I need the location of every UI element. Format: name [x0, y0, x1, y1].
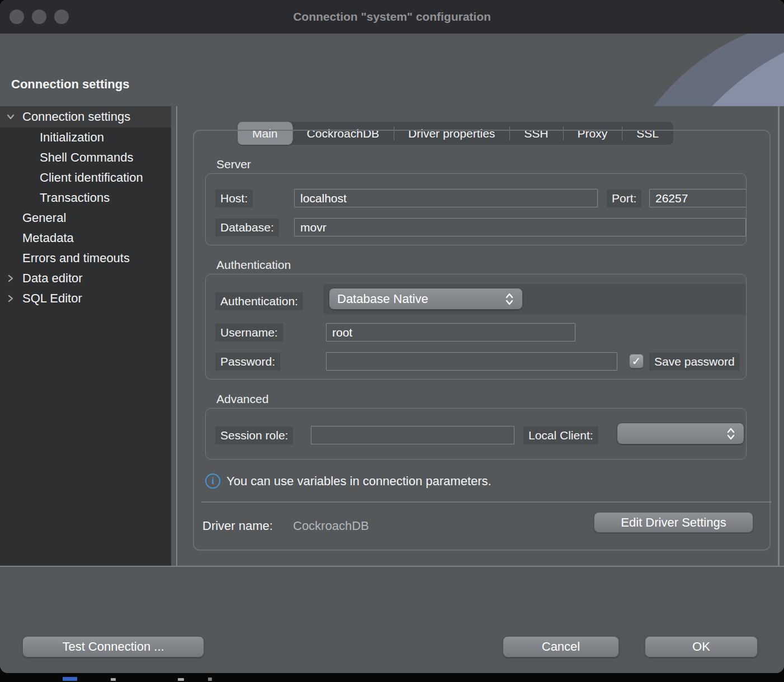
- sidebar-item-errors-and-timeouts[interactable]: Errors and timeouts: [0, 248, 171, 268]
- advanced-group: Session role: Local Client:: [205, 408, 747, 460]
- sidebar-divider: [176, 106, 177, 566]
- updown-chevrons-icon: [504, 292, 514, 306]
- sidebar-item-transactions[interactable]: Transactions: [0, 188, 171, 208]
- local-client-select[interactable]: [617, 423, 744, 444]
- host-label: Host:: [215, 190, 253, 207]
- sidebar-item-label: Client identification: [0, 170, 143, 185]
- advanced-section-label: Advanced: [216, 392, 268, 406]
- authentication-label: Authentication:: [215, 292, 303, 310]
- username-input[interactable]: [326, 323, 575, 342]
- server-group: Host: Port: Database:: [205, 173, 747, 245]
- sidebar-item-client-identification[interactable]: Client identification: [0, 168, 171, 188]
- cancel-button[interactable]: Cancel: [503, 636, 619, 657]
- main-tab-panel: Server Host: Port: Database: Authenticat…: [193, 130, 771, 551]
- desktop-fragment: [208, 678, 212, 681]
- authentication-selected-value: Database Native: [337, 292, 500, 306]
- connection-configuration-dialog: Connection "system" configuration Connec…: [0, 0, 784, 673]
- session-role-input[interactable]: [311, 426, 514, 444]
- database-input[interactable]: [294, 218, 746, 236]
- sidebar-item-general[interactable]: General: [0, 208, 171, 228]
- info-message: You can use variables in connection para…: [226, 473, 492, 489]
- driver-divider: [201, 501, 772, 503]
- sidebar-item-label: General: [0, 211, 66, 225]
- sidebar-item-label: Initialization: [0, 130, 104, 145]
- password-input[interactable]: [326, 352, 617, 371]
- sidebar-item-label: Metadata: [0, 231, 74, 245]
- sidebar-item-shell-commands[interactable]: Shell Commands: [0, 148, 171, 168]
- username-label: Username:: [215, 324, 283, 342]
- chevron-down-icon[interactable]: [5, 111, 16, 122]
- sidebar-item-label: Connection settings: [0, 110, 130, 124]
- password-label: Password:: [215, 353, 280, 371]
- dialog-content: Connection settings Initialization Shell…: [0, 106, 784, 566]
- sidebar-item-sql-editor[interactable]: SQL Editor: [0, 288, 171, 309]
- scrollbar[interactable]: [778, 106, 780, 566]
- local-client-label: Local Client:: [523, 427, 598, 444]
- dialog-header: Connection settings CockroachDB connecti…: [0, 34, 784, 106]
- dialog-footer: Test Connection ... Cancel OK: [0, 566, 784, 673]
- authentication-section-label: Authentication: [216, 258, 291, 272]
- sidebar-item-label: Shell Commands: [0, 150, 134, 165]
- updown-chevrons-icon: [726, 427, 736, 441]
- main-area: Main CockroachDB Driver properties SSH P…: [178, 106, 784, 566]
- sidebar-item-data-editor[interactable]: Data editor: [0, 268, 171, 288]
- settings-tree: Connection settings Initialization Shell…: [0, 106, 178, 566]
- desktop-fragment: [178, 678, 184, 681]
- chevron-right-icon[interactable]: [5, 293, 16, 304]
- port-label: Port:: [607, 190, 641, 207]
- save-password-checkbox[interactable]: ✓: [629, 354, 644, 368]
- page-title: Connection settings: [11, 77, 129, 92]
- sidebar-item-label: Errors and timeouts: [0, 251, 130, 266]
- database-label: Database:: [215, 219, 279, 236]
- session-role-label: Session role:: [215, 427, 293, 444]
- ok-button[interactable]: OK: [645, 636, 758, 657]
- decorative-arcs: [599, 34, 784, 106]
- window-title: Connection "system" configuration: [0, 0, 784, 34]
- edit-driver-settings-button[interactable]: Edit Driver Settings: [594, 512, 753, 533]
- driver-name-value: CockroachDB: [293, 519, 369, 533]
- test-connection-button[interactable]: Test Connection ...: [22, 636, 204, 657]
- desktop-fragment: [63, 677, 77, 681]
- sidebar-item-metadata[interactable]: Metadata: [0, 228, 171, 248]
- authentication-select[interactable]: Database Native: [329, 288, 523, 310]
- sidebar-item-label: Transactions: [0, 191, 110, 205]
- info-icon: i: [205, 473, 220, 489]
- driver-name-label: Driver name:: [202, 519, 273, 533]
- server-section-label: Server: [216, 158, 251, 171]
- sidebar-item-connection-settings[interactable]: Connection settings: [0, 106, 171, 127]
- save-password-label: Save password: [649, 353, 740, 371]
- chevron-right-icon[interactable]: [5, 273, 16, 284]
- host-input[interactable]: [294, 189, 598, 207]
- port-input[interactable]: [649, 189, 747, 207]
- desktop-fragment: [111, 678, 116, 681]
- titlebar: Connection "system" configuration: [0, 0, 784, 34]
- checkmark-icon: ✓: [632, 354, 641, 368]
- sidebar-item-initialization[interactable]: Initialization: [0, 127, 171, 148]
- authentication-group: Authentication: Database Native Username…: [205, 274, 747, 380]
